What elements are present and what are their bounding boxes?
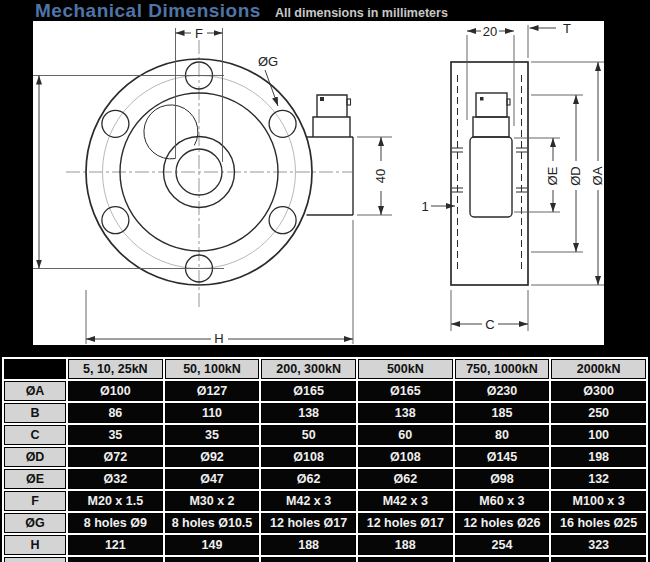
- row-label: F: [4, 491, 66, 511]
- table-row: ØA Ø100 Ø127 Ø165 Ø165 Ø230 Ø300: [4, 381, 646, 401]
- column-header: 2000kN: [551, 359, 646, 379]
- table-cell: Ø62: [261, 469, 356, 489]
- connector-pin-icon: [320, 97, 324, 101]
- table-cell: 8 holes Ø10.5: [165, 513, 260, 533]
- front-view: [66, 40, 353, 310]
- table-header-row: 5, 10, 25kN 50, 100kN 200, 300kN 500kN 7…: [4, 359, 646, 379]
- table-cell: Ø62: [358, 469, 453, 489]
- dim-label-OA: ØA: [590, 166, 604, 185]
- table-cell: 121: [68, 535, 163, 555]
- dim-label-C: C: [485, 317, 494, 332]
- table-cell: Ø108: [261, 447, 356, 467]
- table-row: B 86 110 138 138 185 250: [4, 403, 646, 423]
- table-cell: M100 x 3: [551, 491, 646, 511]
- row-label: H: [4, 535, 66, 555]
- mechanical-drawing: F ØG B H 40 20 T ØE ØD ØA 1 C: [33, 21, 604, 345]
- table-corner-cell: [4, 359, 66, 379]
- table-cell: Ø145: [455, 447, 550, 467]
- table-cell: Ø165: [358, 381, 453, 401]
- connector-top: [476, 93, 507, 117]
- table-cell: 149: [165, 535, 260, 555]
- table-cell: M60 x 3: [455, 491, 550, 511]
- table-cell: 35: [68, 425, 163, 445]
- side-view: [451, 62, 528, 285]
- table-cell: 323: [551, 535, 646, 555]
- table-row: ØD Ø72 Ø92 Ø108 Ø108 Ø145 198: [4, 447, 646, 467]
- table-cell: Ø72: [68, 447, 163, 467]
- dim-label-OG: ØG: [258, 54, 278, 69]
- table-cell: Ø230: [455, 381, 550, 401]
- dimension-labels: F ØG B H 40 20 T ØE ØD ØA 1 C: [33, 21, 604, 345]
- table-cell: Ø98: [455, 469, 550, 489]
- column-header: 200, 300kN: [261, 359, 356, 379]
- table-cell: 188: [261, 535, 356, 555]
- dim-label-20: 20: [483, 24, 497, 39]
- table-cell: Ø300: [551, 381, 646, 401]
- dim-label-OD: ØD: [568, 166, 583, 186]
- table-row: C 35 35 50 60 80 100: [4, 425, 646, 445]
- column-header: 50, 100kN: [165, 359, 260, 379]
- table-row: T 7.5 7.5 15 20 30 40: [4, 557, 646, 562]
- table-cell: 80: [455, 425, 550, 445]
- table-cell: Ø108: [358, 447, 453, 467]
- column-header: 5, 10, 25kN: [68, 359, 163, 379]
- table-cell: 30: [455, 557, 550, 562]
- page: { "title": "Mechanical Dimensions", "sub…: [0, 0, 650, 562]
- table-cell: Ø32: [68, 469, 163, 489]
- table-cell: 7.5: [165, 557, 260, 562]
- title-bar: Mechanical Dimensions All dimensions in …: [0, 0, 650, 21]
- connector-mid: [473, 117, 509, 137]
- row-label: ØE: [4, 469, 66, 489]
- table-cell: M20 x 1.5: [68, 491, 163, 511]
- dim-label-1: 1: [421, 199, 428, 214]
- table-cell: 16 holes Ø25: [551, 513, 646, 533]
- table-cell: 20: [358, 557, 453, 562]
- table-cell: Ø100: [68, 381, 163, 401]
- bolt-hole-ticks: [452, 148, 527, 192]
- connector-side: [307, 95, 354, 215]
- table-cell: 86: [68, 403, 163, 423]
- dim-label-T: T: [563, 21, 571, 36]
- page-title: Mechanical Dimensions: [35, 0, 261, 21]
- table-cell: 60: [358, 425, 453, 445]
- row-label: ØA: [4, 381, 66, 401]
- center-boss-side: [470, 137, 512, 217]
- table-cell: 185: [455, 403, 550, 423]
- table-cell: 110: [165, 403, 260, 423]
- page-subtitle: All dimensions in millimeters: [275, 6, 448, 20]
- table-cell: 35: [165, 425, 260, 445]
- table-cell: 250: [551, 403, 646, 423]
- table-cell: Ø127: [165, 381, 260, 401]
- table-cell: 188: [358, 535, 453, 555]
- connector-pin-icon: [480, 97, 484, 101]
- dim-label-OE: ØE: [545, 166, 560, 185]
- table-cell: 12 holes Ø26: [455, 513, 550, 533]
- row-label: C: [4, 425, 66, 445]
- table-row: F M20 x 1.5 M30 x 2 M42 x 3 M42 x 3 M60 …: [4, 491, 646, 511]
- table-cell: M30 x 2: [165, 491, 260, 511]
- table-cell: 100: [551, 425, 646, 445]
- table-cell: Ø92: [165, 447, 260, 467]
- dim-label-H: H: [214, 331, 223, 345]
- column-header: 750, 1000kN: [455, 359, 550, 379]
- table-cell: M42 x 3: [358, 491, 453, 511]
- table-cell: 132: [551, 469, 646, 489]
- table-row: ØG 8 holes Ø9 8 holes Ø10.5 12 holes Ø17…: [4, 513, 646, 533]
- row-label: T: [4, 557, 66, 562]
- table-cell: 138: [261, 403, 356, 423]
- dim-label-40: 40: [373, 169, 388, 183]
- table-row: H 121 149 188 188 254 323: [4, 535, 646, 555]
- body-outline: [451, 62, 528, 285]
- table-cell: 198: [551, 447, 646, 467]
- row-label: B: [4, 403, 66, 423]
- column-header: 500kN: [358, 359, 453, 379]
- table-cell: 7.5: [68, 557, 163, 562]
- table-cell: 15: [261, 557, 356, 562]
- table-cell: 12 holes Ø17: [261, 513, 356, 533]
- table-cell: 254: [455, 535, 550, 555]
- table-row: ØE Ø32 Ø47 Ø62 Ø62 Ø98 132: [4, 469, 646, 489]
- row-label: ØD: [4, 447, 66, 467]
- dim-label-F: F: [195, 26, 203, 41]
- table-cell: 8 holes Ø9: [68, 513, 163, 533]
- table-cell: 138: [358, 403, 453, 423]
